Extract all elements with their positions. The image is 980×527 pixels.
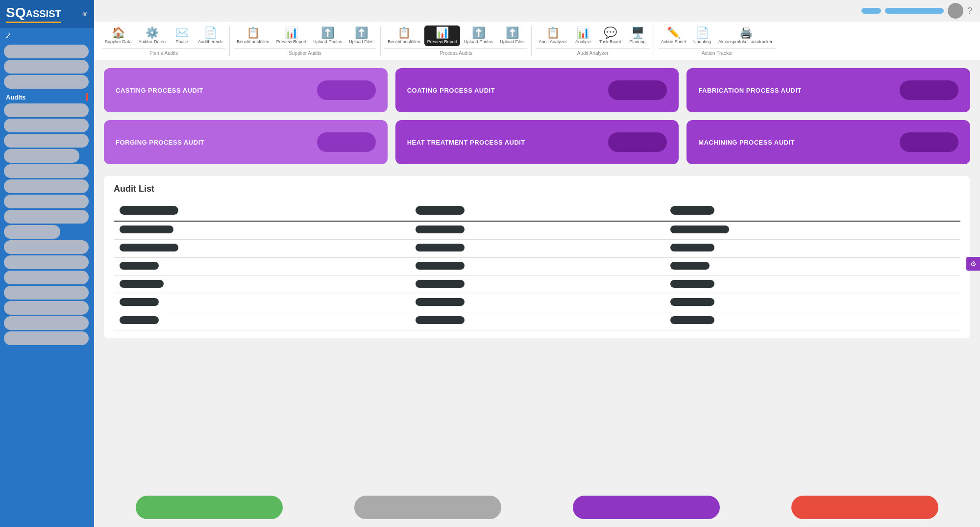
audit-card-machining[interactable]: MACHINING PROCESS AUDIT	[686, 120, 970, 164]
topbar-button-1[interactable]	[861, 8, 881, 14]
bottom-btn-green[interactable]	[136, 496, 283, 519]
user-avatar[interactable]	[948, 3, 963, 19]
bottom-btn-gray[interactable]	[354, 496, 501, 519]
expand-icon[interactable]: ⤢	[5, 31, 11, 40]
toolbar-btn-analyse[interactable]: 📊 Analyse	[571, 25, 595, 46]
sidebar-item-pre-1[interactable]	[4, 45, 89, 58]
action-sheet-label: Action Sheet	[661, 39, 686, 44]
chart-icon-s: 📊	[285, 27, 298, 38]
upload-photos-s-label: Upload Photos	[313, 39, 342, 44]
sidebar-item-13[interactable]	[4, 286, 89, 300]
cell-pill	[120, 316, 159, 324]
sidebar-item-7[interactable]	[4, 195, 89, 208]
forging-btn[interactable]	[317, 132, 376, 152]
toolbar-btn-bericht-ausfullen-p[interactable]: 📋 Bericht ausfüllen	[385, 25, 423, 46]
action-sheet-icon: ✏️	[667, 27, 680, 38]
sidebar-pre-items	[0, 43, 94, 90]
table-cell	[114, 258, 410, 276]
cell-pill	[120, 280, 164, 288]
sidebar-item-11[interactable]	[4, 255, 89, 269]
sidebar-item-pre-2[interactable]	[4, 60, 89, 74]
sidebar-item-1[interactable]	[4, 103, 89, 117]
sidebar-item-3[interactable]	[4, 134, 89, 148]
audit-card-heat-treatment[interactable]: HEAT TREATMENT PROCESS AUDIT	[395, 120, 679, 164]
table-cell	[114, 240, 410, 258]
audit-card-fabrication[interactable]: FABRICATION PROCESS AUDIT	[686, 68, 970, 112]
audit-card-coating[interactable]: COATING PROCESS AUDIT	[395, 68, 679, 112]
table-cell	[114, 221, 410, 240]
preview-report-s-label: Preview Report	[276, 39, 307, 44]
sidebar-item-8[interactable]	[4, 210, 89, 224]
divider-4	[654, 26, 654, 56]
table-row[interactable]	[114, 276, 960, 294]
divider-1	[229, 26, 230, 56]
table-cell	[664, 258, 960, 276]
table-row[interactable]	[114, 240, 960, 258]
fabrication-btn[interactable]	[900, 80, 958, 100]
audit-list-title: Audit List	[114, 184, 960, 194]
toolbar-btn-auditbereich[interactable]: 📄 Auditbereich	[195, 25, 225, 46]
table-row[interactable]	[114, 312, 960, 330]
toolbar-group-process-audits: 📋 Bericht ausfüllen 📊 Preview Report ⬆️ …	[383, 25, 529, 56]
coating-btn[interactable]	[608, 80, 667, 100]
toolbar-btn-preview-report-p[interactable]: 📊 Preview Report	[424, 25, 461, 46]
toolbar-btn-bericht-ausfullen[interactable]: 📋 Bericht ausfüllen	[234, 25, 272, 46]
toolbar-group-plan-audits: 🏠 Supplier Data ⚙️ Auditor-Daten ✉️ Phas…	[100, 25, 227, 56]
sidebar-item-14[interactable]	[4, 301, 89, 315]
fabrication-label: FABRICATION PROCESS AUDIT	[698, 87, 801, 94]
sidebar: SQ ASSIST 👁 ⤢ Audits	[0, 0, 94, 527]
sidebar-item-12[interactable]	[4, 271, 89, 284]
cell-pill	[670, 298, 714, 306]
toolbar-btn-updating[interactable]: 📄 Updating	[690, 25, 714, 46]
planung-label: Planung	[630, 39, 646, 44]
home-icon: 🏠	[112, 27, 125, 38]
toolbar-btn-preview-report-s[interactable]: 📊 Preview Report	[273, 25, 310, 46]
toolbar-btn-task-board[interactable]: 💬 Task Board	[596, 25, 624, 46]
toolbar-btn-upload-photos-p[interactable]: ⬆️ Upload Photos	[461, 25, 496, 46]
sidebar-item-16[interactable]	[4, 331, 89, 345]
sidebar-item-4[interactable]	[4, 149, 79, 163]
cell-pill	[120, 298, 159, 306]
chart-p-icon: 📊	[436, 27, 449, 38]
toolbar-group-audit-analyzer: 📋 Audit Analyzer 📊 Analyse 💬 Task Board …	[534, 25, 652, 56]
cell-pill	[120, 262, 159, 270]
toolbar-btn-audit-analyzer[interactable]: 📋 Audit Analyzer	[536, 25, 570, 46]
sidebar-item-5[interactable]	[4, 164, 89, 178]
sidebar-item-2[interactable]	[4, 119, 89, 132]
table-row[interactable]	[114, 258, 960, 276]
audit-card-casting[interactable]: CASTING PROCESS AUDIT	[104, 68, 388, 112]
sidebar-items-list	[0, 102, 94, 527]
process-audits-label: Process Audits	[385, 48, 527, 56]
sidebar-item-9[interactable]	[4, 225, 60, 239]
topbar-button-2[interactable]	[885, 8, 944, 14]
table-row[interactable]	[114, 294, 960, 312]
phase-label: Phase	[175, 39, 188, 44]
toolbar-btn-aktionsprotokoll[interactable]: 🖨️ Aktionsprotokoll ausdrucken	[715, 25, 777, 46]
cell-pill	[416, 244, 465, 251]
toolbar-btn-action-sheet[interactable]: ✏️ Action Sheet	[658, 25, 689, 46]
machining-btn[interactable]	[900, 132, 958, 152]
toolbar-btn-upload-photos-s[interactable]: ⬆️ Upload Photos	[310, 25, 345, 46]
action-tracker-label: Action Tracker	[658, 48, 777, 56]
toolbar-btn-supplier-data[interactable]: 🏠 Supplier Data	[102, 25, 135, 46]
sidebar-item-6[interactable]	[4, 179, 89, 193]
toolbar-btn-upload-files-s[interactable]: ⬆️ Upload Files	[346, 25, 376, 46]
table-cell	[664, 312, 960, 330]
audit-card-forging[interactable]: FORGING PROCESS AUDIT	[104, 120, 388, 164]
bottom-btn-red[interactable]	[791, 496, 938, 519]
toolbar-btn-phase[interactable]: ✉️ Phase	[170, 25, 194, 46]
help-icon[interactable]: ?	[967, 6, 972, 16]
eye-icon[interactable]: 👁	[81, 10, 88, 18]
settings-side-button[interactable]: ⚙	[966, 257, 980, 271]
toolbar-btn-upload-files-p[interactable]: ⬆️ Upload Files	[497, 25, 527, 46]
bottom-btn-purple[interactable]	[573, 496, 720, 519]
sidebar-item-pre-3[interactable]	[4, 75, 89, 89]
upload-files-s-label: Upload Files	[349, 39, 373, 44]
table-row[interactable]	[114, 221, 960, 240]
toolbar-btn-planung[interactable]: 🖥️ Planung	[625, 25, 650, 46]
casting-btn[interactable]	[317, 80, 376, 100]
sidebar-item-10[interactable]	[4, 240, 89, 254]
heat-treatment-btn[interactable]	[608, 132, 667, 152]
sidebar-item-15[interactable]	[4, 316, 89, 330]
toolbar-btn-auditor-daten[interactable]: ⚙️ Auditor-Daten	[136, 25, 169, 46]
